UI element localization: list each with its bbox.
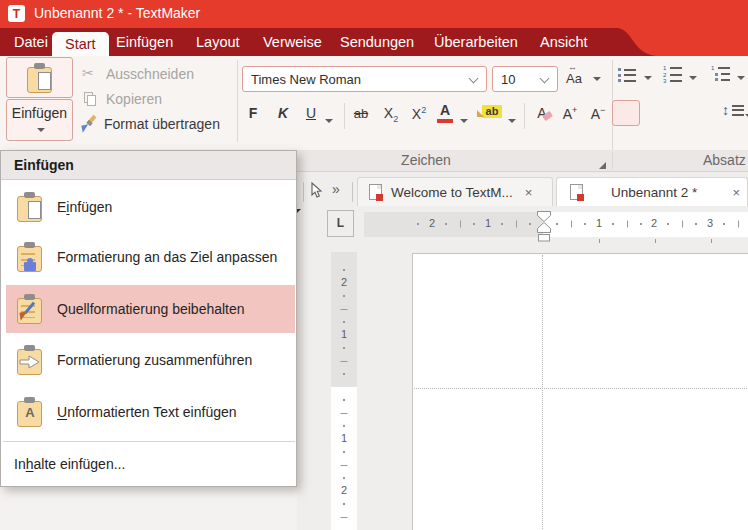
outline-list-button[interactable]: 1 (711, 66, 730, 81)
paste-icon (13, 190, 47, 224)
menu-tab-start[interactable]: Start (52, 32, 109, 56)
align-center-button[interactable] (646, 105, 663, 119)
menu-tab-ueberarbeiten[interactable]: Überarbeiten (434, 28, 518, 56)
ruler-horizontal-body[interactable] (543, 212, 748, 237)
chevron-down-icon[interactable] (325, 119, 333, 123)
italic-button[interactable]: K (275, 105, 291, 121)
line-spacing-button[interactable]: ↕ (722, 102, 744, 118)
menu-item-paste-special[interactable]: Inhalte einfügen... (14, 445, 125, 483)
close-icon[interactable]: × (525, 186, 533, 199)
font-family-combo[interactable]: Times New Roman (242, 66, 487, 92)
keep-source-formatting-icon (13, 292, 47, 326)
ruler-mark (584, 223, 586, 225)
object-pointer-icon[interactable] (310, 182, 324, 199)
ribbon: Einfügen ✂ Ausschneiden Kopieren Format … (0, 56, 748, 150)
ruler-mark (341, 361, 348, 362)
ruler-mark (341, 465, 348, 466)
ruler-mark (516, 221, 517, 228)
paste-button-label-part[interactable]: Einfügen (6, 99, 73, 141)
ruler-mark (343, 321, 345, 323)
paste-menu-header: Einfügen (1, 151, 296, 180)
ruler-mark (599, 239, 600, 243)
doc-tab-unbenannt[interactable]: Unbenannt 2 * × (556, 177, 748, 206)
menu-item-merge-destination[interactable]: Formatierung an das Ziel anpassen (1, 232, 296, 282)
copy-button[interactable]: Kopieren (106, 91, 162, 107)
chevron-down-icon[interactable] (540, 74, 550, 84)
menu-tab-ansicht[interactable]: Ansicht (540, 28, 588, 56)
group-label-absatz: Absatz (703, 152, 746, 168)
format-painter-button[interactable]: Format übertragen (104, 116, 220, 132)
menu-item-paste[interactable]: Einfügen (1, 182, 296, 232)
chevron-down-icon[interactable] (689, 76, 697, 80)
workspace-background (0, 487, 297, 530)
font-size-value: 10 (501, 72, 515, 87)
underline-button[interactable]: U (303, 105, 319, 121)
bold-button[interactable]: F (245, 105, 261, 121)
menu-item-keep-source-formatting[interactable]: Quellformatierung beibehalten (6, 285, 295, 333)
close-icon[interactable]: × (732, 186, 740, 199)
ruler-mark: 1 (341, 329, 347, 340)
ruler-mark (460, 221, 461, 228)
format-painter-icon (82, 115, 99, 132)
document-page[interactable] (412, 253, 748, 530)
ruler-mark: 2 (341, 277, 347, 288)
ruler-mark (667, 223, 669, 225)
ruler-mark (343, 269, 345, 271)
merge-formatting-icon (13, 343, 47, 377)
strikethrough-button[interactable]: ab (352, 106, 370, 121)
ruler-mark (341, 309, 348, 310)
ruler-mark (343, 503, 345, 505)
shrink-font-button[interactable]: A− (588, 105, 608, 122)
numbered-list-button[interactable]: 1 2 3 (663, 66, 682, 83)
grow-font-button[interactable]: A+ (560, 105, 580, 122)
ruler-vertical-body[interactable] (331, 387, 357, 530)
menu-tab-einfuegen[interactable]: Einfügen (116, 28, 173, 56)
align-left-button[interactable] (612, 100, 640, 126)
ribbon-tab-bar: Datei Start Einfügen Layout Verweise Sen… (0, 28, 748, 56)
ruler-mark: 1 (485, 218, 491, 229)
chevron-down-icon[interactable] (460, 119, 468, 123)
clear-formatting-button[interactable]: A (533, 105, 551, 121)
chevron-down-icon[interactable] (469, 74, 479, 84)
updown-arrow-icon: ↕ (722, 102, 729, 118)
doc-tab-welcome[interactable]: Welcome to TextM... × (357, 177, 553, 206)
menu-item-merge-formatting[interactable]: Formatierung zusammenführen (1, 335, 296, 385)
chevron-down-icon[interactable] (737, 76, 745, 80)
ruler-vertical-margin[interactable] (331, 252, 357, 387)
font-size-combo[interactable]: 10 (492, 66, 558, 92)
ruler-mark: 1 (341, 433, 347, 444)
menu-item-paste-unformatted[interactable]: A Unformatierten Text einfügen (1, 387, 296, 437)
chevron-down-icon[interactable] (508, 119, 516, 123)
superscript-button[interactable]: X2 (409, 105, 429, 122)
chevron-down-icon[interactable] (593, 77, 601, 81)
align-justify-button[interactable] (698, 105, 715, 119)
paste-button-icon-part[interactable] (6, 57, 73, 98)
tab-overflow-chevron[interactable]: » (332, 181, 340, 197)
dialog-launcher-icon[interactable] (599, 162, 606, 169)
doc-tab-label: Welcome to TextM... (391, 185, 513, 200)
change-case-button[interactable]: ↔ Aa (566, 68, 588, 90)
ruler-mark (627, 221, 628, 228)
align-right-button[interactable] (672, 105, 689, 119)
indent-marker[interactable] (536, 210, 552, 242)
font-family-value: Times New Roman (251, 72, 361, 87)
copy-icon (84, 92, 97, 107)
ruler-mark (343, 347, 345, 349)
ruler-mark (343, 399, 345, 401)
font-color-button[interactable]: A (436, 102, 454, 118)
margin-guide-horizontal (414, 388, 748, 389)
menu-tab-verweise[interactable]: Verweise (263, 28, 322, 56)
menu-tab-sendungen[interactable]: Sendungen (340, 28, 414, 56)
ruler-mark (723, 223, 725, 225)
ruler-mark: 2 (651, 218, 657, 229)
subscript-button[interactable]: X2 (381, 105, 401, 124)
cut-button[interactable]: Ausschneiden (106, 66, 194, 82)
menu-tab-datei[interactable]: Datei (14, 28, 48, 56)
chevron-down-icon[interactable] (644, 76, 652, 80)
title-bar[interactable]: T Unbenannt 2 * - TextMaker (0, 0, 748, 28)
ruler-mark (343, 373, 345, 375)
menu-tab-layout[interactable]: Layout (196, 28, 240, 56)
tab-type-selector[interactable]: L (327, 210, 354, 237)
bullet-list-button[interactable] (618, 68, 636, 82)
divider (524, 103, 525, 129)
